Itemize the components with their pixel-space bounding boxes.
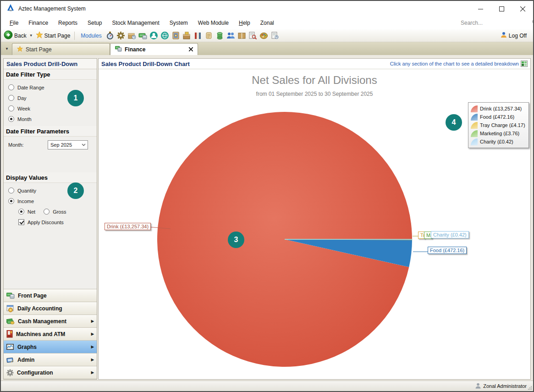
search-input[interactable] <box>461 20 532 26</box>
nav-graphs[interactable]: Graphs ▶ <box>4 341 97 353</box>
radio-date-range[interactable]: Date Range <box>4 82 97 93</box>
menu-reports[interactable]: Reports <box>53 18 83 28</box>
legend-item-marketing[interactable]: Marketing (£3.76) <box>471 129 525 138</box>
configuration-gear-icon <box>6 369 14 376</box>
radio-icon[interactable] <box>8 105 14 111</box>
start-page-button[interactable]: Start Page <box>44 33 71 39</box>
close-button[interactable] <box>512 1 533 17</box>
tab-list-dropdown-icon[interactable]: ▼ <box>3 44 11 53</box>
legend-item-tray-charge[interactable]: Tray Charge (£4.17) <box>471 121 525 129</box>
checkbox-checked-icon[interactable] <box>18 219 24 225</box>
legend-item-charity[interactable]: Charity (£0.42) <box>471 138 525 146</box>
team-icon[interactable] <box>226 31 236 40</box>
ledger-books-icon[interactable] <box>193 31 203 40</box>
menu-help[interactable]: Help <box>234 18 255 28</box>
radio-icon[interactable] <box>8 95 14 101</box>
radio-selected-icon[interactable] <box>8 198 14 204</box>
nav-daily-accounting[interactable]: Daily Accounting <box>4 302 97 315</box>
modules-button[interactable]: Modules <box>79 33 103 39</box>
back-dropdown-icon[interactable]: ▼ <box>28 33 34 38</box>
tab-finance[interactable]: Finance <box>110 43 198 55</box>
palette-icon[interactable] <box>259 31 269 40</box>
drink-callout[interactable]: Drink (£13,257.34) <box>105 223 151 230</box>
stock-box-icon[interactable] <box>182 31 192 40</box>
radio-net-icon[interactable] <box>18 209 24 215</box>
annotation-badge-4: 4 <box>446 114 462 131</box>
charity-callout[interactable]: Charity (£0.42) <box>431 231 469 238</box>
legend-item-drink[interactable]: Drink (£13,257.34) <box>471 105 525 113</box>
submenu-arrow-icon: ▶ <box>91 370 94 375</box>
nav-cash-management[interactable]: Cash Management ▶ <box>4 315 97 328</box>
submenu-arrow-icon: ▶ <box>91 345 94 349</box>
minimize-button[interactable] <box>470 1 491 17</box>
resize-grip[interactable] <box>528 386 532 390</box>
radio-income[interactable]: Income <box>4 196 97 206</box>
radio-gross-icon[interactable] <box>44 209 50 215</box>
database-icon[interactable] <box>215 31 225 40</box>
month-select-value: Sep 2025 <box>50 142 72 148</box>
scroll-icon[interactable] <box>204 31 214 40</box>
radio-icon[interactable] <box>8 188 14 193</box>
month-select[interactable]: Sep 2025 <box>48 140 88 149</box>
radio-date-range-label: Date Range <box>17 85 44 90</box>
menu-system[interactable]: System <box>165 18 193 28</box>
pie-chart[interactable] <box>99 69 530 379</box>
radio-icon[interactable] <box>8 84 14 90</box>
radio-month[interactable]: Month <box>4 114 97 124</box>
toolbar: Back ▼ Start Page Modules Log Off <box>1 29 533 42</box>
log-off-button[interactable]: Log Off <box>509 33 527 39</box>
tab-close-icon[interactable] <box>189 46 193 53</box>
cash-icon[interactable] <box>138 31 148 40</box>
nav-configuration[interactable]: Configuration ▶ <box>4 366 97 379</box>
admin-icon <box>6 357 14 363</box>
export-grid-icon[interactable] <box>521 61 528 67</box>
radio-income-label: Income <box>17 199 34 204</box>
submenu-arrow-icon: ▶ <box>91 319 94 323</box>
safe-icon[interactable] <box>171 31 181 40</box>
search-icon[interactable] <box>532 19 534 27</box>
radio-selected-icon[interactable] <box>8 116 14 122</box>
legend-charity-label: Charity (£0.42) <box>480 139 513 144</box>
globe-user-icon[interactable] <box>160 31 170 40</box>
machines-atm-icon <box>6 330 13 338</box>
nav-daily-accounting-label: Daily Accounting <box>17 305 62 312</box>
menu-stock-management[interactable]: Stock Management <box>107 18 164 28</box>
chart-breakdown-hint[interactable]: Click any section of the chart to see a … <box>390 61 519 66</box>
sidebar-title: Sales Product Drill-Down <box>4 59 97 69</box>
menu-finance[interactable]: Finance <box>23 18 53 28</box>
annotation-badge-2: 2 <box>67 182 84 199</box>
package-clock-icon[interactable] <box>127 31 137 40</box>
nav-admin-label: Admin <box>17 357 34 363</box>
back-button[interactable]: Back <box>14 33 27 39</box>
nav-admin[interactable]: Admin ▶ <box>4 353 97 366</box>
apply-discounts-row[interactable]: Apply Discounts <box>4 217 97 227</box>
nav-machines-and-atm-label: Machines and ATM <box>16 331 65 337</box>
nav-front-page[interactable]: Front Page <box>4 289 97 302</box>
menu-web-module[interactable]: Web Module <box>193 18 234 28</box>
back-icon[interactable] <box>4 30 13 41</box>
legend-item-food[interactable]: Food (£472.16) <box>471 113 525 121</box>
settings-gear-icon[interactable] <box>116 31 126 40</box>
charity-swatch-icon <box>471 138 478 145</box>
user-icon[interactable] <box>149 31 159 40</box>
tab-start-page[interactable]: Start Page <box>12 43 110 55</box>
parcel-icon[interactable] <box>237 31 247 40</box>
audit-search-icon[interactable] <box>248 31 258 40</box>
menu-zonal[interactable]: Zonal <box>255 18 279 28</box>
timer-icon[interactable] <box>105 31 115 40</box>
log-off-user-icon <box>501 32 507 39</box>
menu-file[interactable]: File <box>5 18 23 28</box>
start-page-star-icon[interactable] <box>36 31 43 40</box>
legend-marketing-label: Marketing (£3.76) <box>480 131 519 136</box>
radio-week[interactable]: Week <box>4 103 97 114</box>
menu-setup[interactable]: Setup <box>83 18 107 28</box>
scheduled-report-icon[interactable] <box>270 31 280 40</box>
nav-machines-and-atm[interactable]: Machines and ATM ▶ <box>4 328 97 341</box>
front-page-icon <box>6 292 15 299</box>
food-callout[interactable]: Food (£472.16) <box>428 247 467 254</box>
app-window: Aztec Management System File Finance Rep… <box>0 0 534 392</box>
main-panel-title: Sales Product Drill-Down Chart <box>101 61 190 67</box>
nav-cash-management-label: Cash Management <box>18 318 66 325</box>
maximize-button[interactable] <box>491 1 512 17</box>
date-filter-type-header: Date Filter Type <box>4 69 97 80</box>
